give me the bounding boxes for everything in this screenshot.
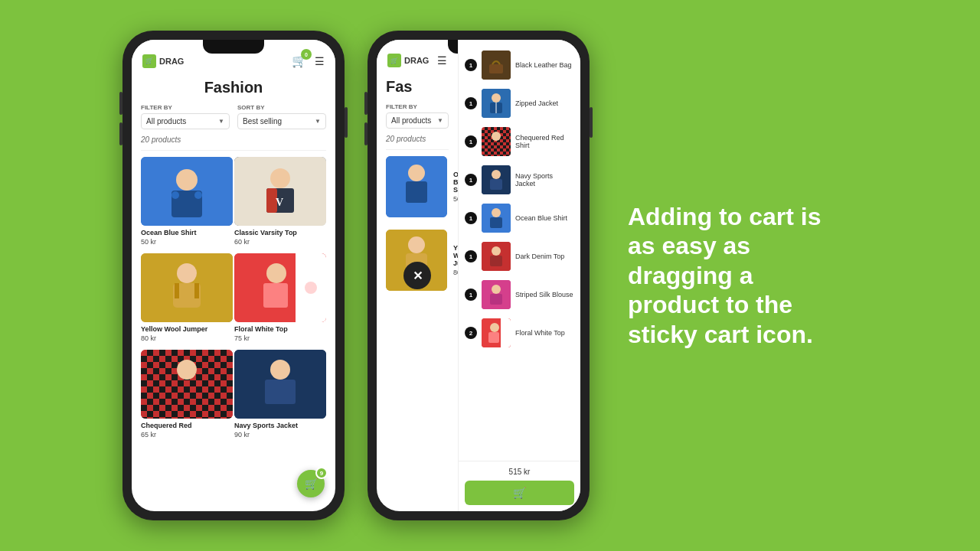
svg-rect-29 bbox=[265, 380, 296, 404]
svg-rect-26 bbox=[173, 380, 201, 404]
product-price-wool-yellow: 80 kr bbox=[141, 334, 233, 342]
svg-point-4 bbox=[194, 191, 202, 199]
product-img-floral-white bbox=[234, 253, 326, 322]
product-img-varsity: V bbox=[234, 157, 326, 226]
filter-by-arrow-2: ▼ bbox=[437, 117, 443, 124]
svg-ocean-cart bbox=[482, 204, 511, 233]
cart-item-name-ocean-cart: Ocean Blue Shirt bbox=[515, 214, 574, 222]
cart-item-qty-ocean: 1 bbox=[465, 212, 477, 224]
filter-by-label: FILTER BY bbox=[141, 104, 230, 111]
filter-by-select[interactable]: All products ▼ bbox=[141, 113, 230, 129]
page-title-2: Fas bbox=[377, 73, 458, 103]
sort-by-arrow: ▼ bbox=[315, 118, 321, 125]
svg-point-17 bbox=[266, 263, 286, 283]
hamburger-icon-2[interactable]: ☰ bbox=[437, 54, 447, 67]
divider-2 bbox=[386, 149, 449, 150]
phone-2-side-btn bbox=[590, 107, 593, 138]
filter-by-group-2: FILTER BY All products ▼ bbox=[386, 103, 449, 129]
tagline-text: Adding to cart is as easy as dragging a … bbox=[628, 202, 842, 349]
cart-checkout-icon: 🛒 bbox=[513, 487, 526, 499]
phone-1-screen: 🛒 DRAG 🛒 0 ☰ Fashion FILTER BY bbox=[132, 40, 335, 511]
drag-x-indicator[interactable]: ✕ bbox=[403, 262, 431, 289]
product-card-wool-yellow[interactable]: Yellow Wool Jumper 80 kr bbox=[141, 253, 233, 342]
product-grid-1: Ocean Blue Shirt 50 kr V Classic Varsit bbox=[132, 157, 335, 445]
product-card-floral-white[interactable]: Floral White Top 75 kr bbox=[234, 253, 326, 342]
svg-point-25 bbox=[177, 360, 197, 380]
svg-point-28 bbox=[270, 360, 290, 380]
logo-text-2: DRAG bbox=[404, 56, 429, 65]
app-logo-1: 🛒 DRAG bbox=[142, 54, 184, 68]
svg-rect-18 bbox=[263, 283, 288, 308]
product-card-varsity[interactable]: V Classic Varsity Top 60 kr bbox=[234, 157, 326, 246]
product-card-ocean-blue[interactable]: Ocean Blue Shirt 50 kr bbox=[141, 157, 233, 246]
svg-chequered-cart bbox=[482, 127, 511, 156]
filter-by-value-2: All products bbox=[391, 116, 431, 125]
cart-dropdown-items: 1 Black Leather Bag 1 bbox=[459, 40, 580, 461]
product-svg-ocean-blue bbox=[141, 157, 233, 226]
sort-by-select[interactable]: Best selling ▼ bbox=[237, 113, 326, 129]
cart-item-qty-navy: 1 bbox=[465, 174, 477, 186]
cart-item-img-floral bbox=[482, 318, 511, 347]
product-price-chequered: 65 kr bbox=[141, 431, 233, 439]
product-name-floral-white: Floral White Top bbox=[234, 325, 326, 333]
svg-rect-46 bbox=[482, 127, 511, 156]
product-name-wool-yellow: Yellow Wool Jumper bbox=[141, 325, 233, 333]
product-card-2-ocean[interactable]: Ocean Blue Shirt 50 kr bbox=[386, 156, 458, 217]
cart-item-chequered: 1 bbox=[459, 122, 580, 161]
cart-dropdown-panel: 1 Black Leather Bag 1 bbox=[458, 40, 580, 511]
svg-point-11 bbox=[177, 263, 197, 283]
svg-rect-13 bbox=[175, 283, 179, 298]
filter-by-value: All products bbox=[146, 117, 186, 126]
svg-rect-53 bbox=[490, 217, 502, 228]
cart-item-qty-silk: 1 bbox=[465, 289, 477, 301]
cart-checkout-button[interactable]: 🛒 bbox=[465, 481, 574, 505]
product-price-ocean-blue: 50 kr bbox=[141, 238, 233, 246]
product-name-navy: Navy Sports Jacket bbox=[234, 422, 326, 429]
product-svg-varsity: V bbox=[234, 157, 326, 226]
logo-icon-1: 🛒 bbox=[142, 54, 156, 68]
product-card-chequered[interactable]: Chequered Red 65 kr bbox=[141, 350, 233, 439]
hamburger-icon-1[interactable]: ☰ bbox=[315, 55, 325, 67]
svg-point-3 bbox=[172, 191, 179, 199]
svg-floral-cart bbox=[482, 318, 511, 347]
product-card-navy[interactable]: Navy Sports Jacket 90 kr bbox=[234, 350, 326, 439]
product-name-chequered: Chequered Red bbox=[141, 422, 233, 429]
svg-point-62 bbox=[490, 323, 499, 332]
divider-1 bbox=[141, 150, 326, 151]
cart-item-name-denim: Dark Denim Top bbox=[515, 253, 574, 260]
cart-item-qty-leather: 1 bbox=[465, 59, 477, 71]
product-name-ocean-blue: Ocean Blue Shirt bbox=[141, 229, 233, 236]
filter-by-select-2[interactable]: All products ▼ bbox=[386, 112, 449, 129]
header-icons-1: 🛒 0 ☰ bbox=[292, 54, 325, 68]
cart-float-button-1[interactable]: 🛒 9 bbox=[297, 470, 325, 497]
cart-wrapper-1[interactable]: 🛒 0 bbox=[292, 54, 307, 68]
cart-item-name-zipped: Zipped Jacket bbox=[515, 99, 574, 107]
cart-item-name-leather: Black Leather Bag bbox=[515, 61, 574, 69]
svg-rect-14 bbox=[194, 283, 199, 298]
product-svg-wool bbox=[141, 253, 233, 322]
svg-point-47 bbox=[492, 132, 501, 141]
product-img-wool-yellow bbox=[141, 253, 233, 322]
cart-item-name-silk: Striped Silk Blouse bbox=[515, 291, 574, 298]
cart-float-icon-1: 🛒 bbox=[305, 478, 318, 490]
cart-item-silk: 1 Striped Silk Blouse bbox=[459, 276, 580, 314]
svg-point-31 bbox=[408, 165, 425, 181]
main-container: 🛒 DRAG 🛒 0 ☰ Fashion FILTER BY bbox=[0, 0, 980, 551]
sort-by-value: Best selling bbox=[243, 117, 282, 126]
svg-point-19 bbox=[305, 282, 317, 294]
svg-rect-59 bbox=[490, 294, 502, 305]
product-price-navy: 90 kr bbox=[234, 431, 326, 439]
phone-2-side-btn2 bbox=[364, 92, 368, 115]
cart-badge-1: 0 bbox=[301, 49, 312, 60]
cart-item-img-navy-cart bbox=[482, 165, 511, 194]
product-price-varsity: 60 kr bbox=[234, 238, 326, 246]
phone-1: 🛒 DRAG 🛒 0 ☰ Fashion FILTER BY bbox=[122, 31, 345, 520]
cart-item-navy: 1 Navy Sports Jacket bbox=[459, 161, 580, 199]
svg-2-ocean bbox=[386, 156, 447, 217]
filter-by-group: FILTER BY All products ▼ bbox=[141, 104, 230, 129]
product-price-floral-white: 75 kr bbox=[234, 334, 326, 342]
phone-2-screen: 🛒 DRAG ☰ Fas FILTER BY All products bbox=[377, 40, 580, 511]
cart-item-qty-zipped: 1 bbox=[465, 97, 477, 109]
cart-item-qty-chequered: 1 bbox=[465, 135, 477, 148]
svg-text:V: V bbox=[276, 197, 283, 208]
